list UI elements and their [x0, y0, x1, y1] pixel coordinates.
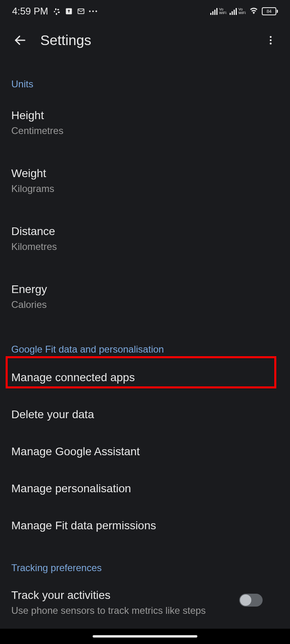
setting-title: Delete your data: [11, 408, 279, 421]
svg-point-5: [270, 43, 272, 45]
more-notifications-icon: [89, 10, 97, 12]
setting-manage-fit-permissions[interactable]: Manage Fit data permissions: [11, 507, 279, 544]
setting-subtitle: Calories: [11, 299, 279, 310]
vowifi-label-2: VoWiFi: [238, 8, 246, 15]
setting-distance[interactable]: Distance Kilometres: [11, 210, 279, 268]
setting-height[interactable]: Height Centimetres: [11, 94, 279, 152]
signal-2: VoWiFi: [230, 8, 246, 15]
status-icons-left: [53, 7, 97, 15]
setting-delete-data[interactable]: Delete your data: [11, 396, 279, 433]
toggle-knob: [240, 594, 251, 606]
setting-manage-assistant[interactable]: Manage Google Assistant: [11, 433, 279, 470]
navigation-bar: [0, 629, 290, 644]
section-header-data: Google Fit data and personalisation: [11, 344, 279, 355]
battery-icon: 84: [262, 7, 278, 15]
signal-bars-icon: [210, 8, 218, 15]
section-header-tracking: Tracking preferences: [11, 562, 279, 574]
setting-title: Distance: [11, 225, 279, 238]
setting-subtitle: Centimetres: [11, 125, 279, 136]
status-left: 4:59 PM: [12, 6, 97, 17]
more-options-button[interactable]: [263, 32, 279, 48]
setting-title: Manage connected apps: [11, 371, 279, 384]
status-right: VoWiFi VoWiFi 84: [210, 6, 278, 17]
section-header-units: Units: [11, 78, 279, 90]
setting-track-activities[interactable]: Track your activities Use phone sensors …: [11, 578, 279, 620]
setting-title: Weight: [11, 167, 279, 180]
upload-icon: [65, 7, 73, 15]
setting-title: Energy: [11, 283, 279, 296]
slack-icon: [53, 7, 61, 15]
more-vertical-icon: [265, 35, 276, 46]
signal-bars-icon: [230, 8, 237, 15]
gmail-icon: [77, 7, 85, 15]
svg-point-4: [270, 39, 272, 41]
signal-1: VoWiFi: [210, 8, 226, 15]
setting-subtitle: Kilometres: [11, 241, 279, 252]
setting-subtitle: Kilograms: [11, 183, 279, 194]
vowifi-label-1: VoWiFi: [219, 8, 226, 15]
setting-title: Manage personalisation: [11, 482, 279, 495]
setting-title: Height: [11, 109, 279, 122]
setting-subtitle: Use phone sensors to track metrics like …: [11, 605, 279, 616]
battery-level: 84: [262, 7, 276, 15]
setting-title: Track your activities: [11, 589, 279, 602]
track-activities-toggle[interactable]: [239, 594, 263, 607]
setting-manage-connected-apps[interactable]: Manage connected apps: [11, 359, 279, 396]
setting-title: Manage Fit data permissions: [11, 519, 279, 532]
svg-point-3: [270, 36, 272, 38]
home-indicator[interactable]: [93, 635, 197, 638]
wifi-icon: [249, 6, 259, 17]
setting-title: Manage Google Assistant: [11, 445, 279, 458]
app-bar: Settings: [0, 23, 290, 60]
back-button[interactable]: [12, 32, 28, 48]
status-time: 4:59 PM: [12, 6, 48, 17]
setting-weight[interactable]: Weight Kilograms: [11, 152, 279, 210]
page-title: Settings: [40, 32, 91, 48]
arrow-left-icon: [13, 33, 27, 47]
status-bar: 4:59 PM VoWiFi VoWi: [0, 0, 290, 23]
setting-energy[interactable]: Energy Calories: [11, 268, 279, 326]
setting-manage-personalisation[interactable]: Manage personalisation: [11, 470, 279, 507]
settings-content: Units Height Centimetres Weight Kilogram…: [0, 78, 290, 620]
